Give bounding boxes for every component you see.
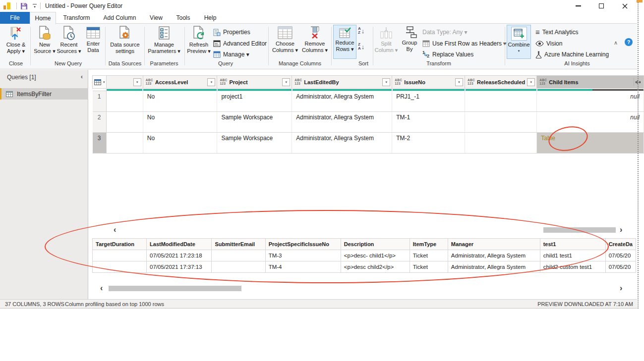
filter-dropdown-button[interactable]: ▾ [133, 78, 141, 86]
tab-file[interactable]: File [0, 12, 30, 24]
cell[interactable] [106, 91, 143, 112]
ribbon-separator [144, 27, 145, 65]
cell-null[interactable]: null [537, 112, 644, 133]
reduce-rows-button[interactable]: Reduce Rows ▾ [333, 25, 356, 59]
grid-scroll-right-button[interactable]: › [620, 226, 622, 233]
tab-home[interactable]: Home [30, 12, 56, 24]
combine-button[interactable]: Combine ▾ [507, 25, 531, 59]
save-icon[interactable] [20, 2, 28, 10]
tab-transform[interactable]: Transform [56, 12, 97, 24]
data-type-button: Data Type: Any ▾ [422, 27, 468, 37]
close-button[interactable] [615, 0, 635, 12]
cell-table-link[interactable]: Table [537, 133, 644, 154]
row-number-selected[interactable]: 3 [93, 133, 107, 154]
query-item-itemsbyfilter[interactable]: ItemsByFilter [0, 88, 88, 100]
cell[interactable] [106, 112, 143, 133]
sort-ascending-button[interactable]: AZ ↓ [358, 27, 364, 35]
cell-null[interactable]: null [537, 91, 644, 112]
row-number[interactable]: 2 [93, 112, 107, 133]
grid-scrollbar-thumb[interactable] [543, 227, 616, 233]
corner-marker [637, 0, 643, 2]
recent-sources-button[interactable]: Recent Sources ▾ [56, 26, 82, 54]
group-by-button[interactable]: Group By [399, 26, 420, 52]
cell[interactable]: No [143, 91, 217, 112]
filter-dropdown-button[interactable]: ▾ [207, 78, 215, 86]
data-source-settings-button[interactable]: Data source settings [107, 26, 143, 54]
minimize-button[interactable] [568, 0, 588, 12]
new-source-button[interactable]: New Source ▾ [33, 26, 57, 54]
group-label-new-query: New Query [33, 60, 104, 66]
replace-values-button[interactable]: 1 ↳ 2 Replace Values [422, 50, 473, 59]
detail-scroll-left-button[interactable]: ‹ [100, 285, 103, 292]
cell[interactable]: PRJ1_-1 [392, 91, 465, 112]
column-header-lasteditedby[interactable]: ABC123 LastEditedBy ▾ [292, 76, 392, 89]
cell[interactable]: Sample Workspace [217, 133, 292, 154]
azure-machine-learning-button[interactable]: Azure Machine Learning [535, 50, 609, 59]
column-header-releasescheduled[interactable]: ABC123 ReleaseScheduled ▾ [465, 76, 537, 89]
close-and-apply-button[interactable]: Close & Apply ▾ [3, 26, 29, 54]
sort-descending-button[interactable]: ZA ↓ [358, 43, 364, 51]
text-analytics-button[interactable]: ≡ Text Analytics [535, 27, 578, 37]
manage-button[interactable]: Manage ▾ [213, 50, 249, 59]
detail-cell: Administrator, Allegra System [448, 250, 540, 261]
cell[interactable] [465, 91, 537, 112]
tab-add-column[interactable]: Add Column [97, 12, 142, 24]
maximize-icon [599, 3, 604, 8]
cell[interactable]: Administrator, Allegra System [292, 91, 392, 112]
cell[interactable]: TM-2 [392, 133, 465, 154]
tab-help[interactable]: Help [196, 12, 224, 24]
status-profiling-note[interactable]: Column profiling based on top 1000 rows [65, 301, 164, 307]
grid-select-all-button[interactable]: ▾ [93, 76, 107, 89]
detail-cell: child2 custom test1 [540, 261, 605, 273]
group-label-manage-columns: Manage Columns [271, 60, 329, 66]
filter-dropdown-button[interactable]: ▾ [527, 78, 535, 86]
cell[interactable]: No [143, 133, 217, 154]
cell[interactable] [465, 112, 537, 133]
cell[interactable]: TM-1 [392, 112, 465, 133]
cell[interactable]: project1 [217, 91, 292, 112]
cell[interactable]: No [143, 112, 217, 133]
column-header-project[interactable]: ABC123 Project ▾ [217, 76, 292, 89]
tab-tools[interactable]: Tools [170, 12, 196, 24]
cell[interactable]: Administrator, Allegra System [292, 112, 392, 133]
manage-parameters-icon [158, 26, 171, 41]
status-bar: 37 COLUMNS, 3 ROWS Column profiling base… [0, 299, 637, 309]
first-row-headers-icon [422, 40, 430, 47]
column-header-unnamed[interactable]: ▾ [106, 76, 143, 89]
detail-scroll-right-button[interactable]: › [620, 285, 622, 292]
cell[interactable]: Administrator, Allegra System [292, 133, 392, 154]
detail-scrollbar-thumb[interactable] [109, 286, 241, 291]
combine-icon [514, 29, 525, 39]
quick-access-dropdown-icon[interactable]: ▾ [33, 4, 37, 8]
detail-cell: TM-3 [265, 250, 341, 261]
grid-scroll-left-button[interactable]: ‹ [114, 226, 116, 233]
advanced-editor-button[interactable]: Advanced Editor [213, 39, 267, 49]
column-header-accesslevel[interactable]: ABC123 AccessLevel ▾ [143, 76, 217, 89]
refresh-preview-button[interactable]: Refresh Preview ▾ [186, 26, 212, 54]
use-first-row-as-headers-button[interactable]: Use First Row as Headers ▾ [422, 39, 506, 49]
detail-row-2: 07/05/2021 17:37:13 TM-4 <p>desc child2<… [93, 261, 636, 273]
remove-columns-button[interactable]: Remove Columns ▾ [300, 26, 329, 53]
advanced-editor-icon [213, 40, 221, 48]
vision-button[interactable]: Vision [535, 39, 562, 49]
datatype-any-icon: ABC123 [146, 79, 153, 85]
collapse-ribbon-icon[interactable]: ∧ [614, 40, 618, 46]
maximize-button[interactable] [591, 0, 611, 12]
filter-dropdown-button[interactable]: ▾ [455, 78, 463, 86]
help-button[interactable]: ? [625, 38, 633, 46]
tab-view[interactable]: View [142, 12, 170, 24]
manage-parameters-button[interactable]: Manage Parameters ▾ [146, 26, 182, 54]
properties-button[interactable]: Properties [213, 27, 250, 37]
filter-dropdown-button[interactable]: ▾ [282, 78, 290, 86]
choose-columns-icon [277, 26, 293, 40]
column-header-issueno[interactable]: ABC123 IssueNo ▾ [392, 76, 465, 89]
cell[interactable] [465, 133, 537, 154]
choose-columns-button[interactable]: Choose Columns ▾ [271, 26, 299, 53]
filter-dropdown-button[interactable]: ▾ [382, 78, 390, 86]
collapse-queries-panel-icon[interactable]: ‹ [81, 73, 83, 80]
row-number[interactable]: 1 [93, 91, 107, 112]
cell[interactable] [106, 133, 143, 154]
column-header-child-items[interactable]: ABC123 Child Items [537, 76, 644, 89]
enter-data-button[interactable]: Enter Data [83, 26, 104, 53]
cell[interactable]: Sample Workspace [217, 112, 292, 133]
